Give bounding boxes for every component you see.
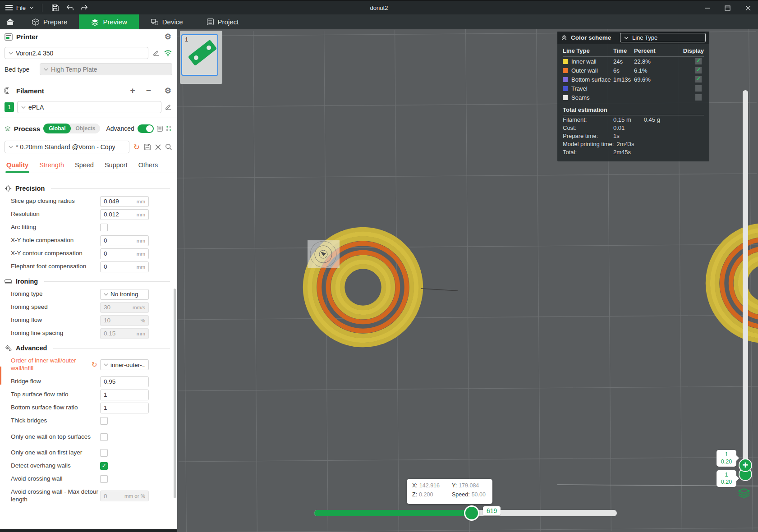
tab-others[interactable]: Others — [133, 159, 164, 173]
view-mode-select[interactable]: Line Type — [620, 33, 706, 42]
tab-preview[interactable]: Preview — [79, 14, 138, 29]
advanced-mode-toggle[interactable] — [138, 124, 154, 133]
reset-setting-icon[interactable]: ↻ — [92, 361, 98, 369]
filament-settings-gear-icon[interactable]: ⚙ — [165, 87, 171, 95]
window-title: donut2 — [0, 5, 758, 11]
settings-scrollbar[interactable] — [174, 289, 176, 498]
layers-view-button[interactable] — [738, 488, 750, 498]
tab-speed[interactable]: Speed — [69, 159, 99, 173]
layer-slider-upper-handle[interactable]: + — [739, 459, 752, 472]
line-type-label: Outer wall — [571, 67, 598, 74]
slice-gap-input[interactable]: 0.049mm — [100, 196, 149, 207]
tab-device[interactable]: Device — [139, 14, 195, 29]
printer-settings-gear-icon[interactable]: ⚙ — [165, 33, 171, 41]
file-menu[interactable]: File — [5, 4, 34, 12]
xy-contour-input[interactable]: 0mm — [100, 248, 149, 259]
redo-button[interactable] — [79, 3, 89, 13]
move-slider-fill — [314, 510, 471, 516]
plate-1-thumbnail[interactable]: 1 — [181, 34, 218, 76]
add-filament-button[interactable]: + — [130, 86, 135, 96]
scope-objects[interactable]: Objects — [71, 125, 100, 132]
bridge-flow-input[interactable]: 0.95 — [100, 376, 149, 387]
delete-preset-icon[interactable] — [155, 144, 161, 150]
x-value: 142.916 — [419, 482, 440, 489]
display-outer-wall-checkbox[interactable] — [695, 67, 702, 73]
display-bottom-surface-checkbox[interactable] — [695, 76, 702, 83]
display-travel-checkbox[interactable] — [695, 85, 702, 92]
setting-row: Elephant foot compensation 0mm — [0, 260, 174, 273]
thick-bridges-checkbox[interactable] — [100, 417, 108, 425]
edit-filament-icon[interactable] — [165, 103, 172, 111]
tab-quality[interactable]: Quality — [1, 159, 34, 173]
display-inner-wall-checkbox[interactable] — [695, 58, 702, 64]
total-estimation-title: Total estimation — [557, 102, 709, 115]
donut2-toolpaths — [708, 225, 758, 341]
printer-select[interactable]: Voron2.4 350 — [5, 47, 148, 59]
setting-value: 1 — [104, 404, 107, 411]
minimize-button[interactable] — [697, 1, 717, 15]
collapse-chevrons-icon[interactable] — [561, 35, 567, 41]
process-scope-toggle[interactable]: Global Objects — [43, 124, 100, 133]
toolbar-divider — [42, 4, 42, 12]
filament-select[interactable]: ePLA — [17, 101, 161, 113]
compare-presets-icon[interactable] — [166, 125, 171, 132]
est-label: Prepare time: — [563, 133, 613, 139]
tab-prepare[interactable]: Prepare — [20, 14, 79, 29]
one-wall-top-checkbox[interactable] — [100, 433, 108, 441]
preview-3d-viewport[interactable]: 1 Color scheme Line Type Line Type Time — [177, 29, 758, 532]
gcode-move-slider[interactable]: 619 — [314, 510, 617, 516]
toolhead-position-tooltip: X:142.916 Y:179.084 Z:0.200 Speed:50.00 — [407, 479, 492, 504]
save-preset-icon[interactable] — [144, 143, 151, 151]
row-inner-wall: Inner wall — [563, 57, 613, 66]
precision-icon — [5, 185, 12, 192]
home-button[interactable] — [0, 14, 20, 29]
xy-hole-input[interactable]: 0mm — [100, 235, 149, 246]
plate-thumbnail-panel: 1 — [180, 31, 222, 84]
arc-fitting-checkbox[interactable] — [100, 224, 108, 231]
setting-row: Bridge flow 0.95 — [0, 375, 174, 388]
layer-slider-track[interactable] — [743, 90, 748, 478]
scope-global[interactable]: Global — [43, 124, 71, 133]
reset-preset-icon[interactable]: ↻ — [133, 142, 140, 152]
bottom-flow-ratio-input[interactable]: 1 — [100, 403, 149, 413]
setting-row: Avoid crossing wall - Max detour length … — [0, 486, 174, 506]
close-button[interactable] — [738, 1, 758, 15]
edit-printer-icon[interactable] — [152, 49, 160, 57]
move-slider-handle[interactable] — [464, 505, 479, 521]
advanced-mode-label: Advanced — [106, 125, 134, 132]
bed-type-select[interactable]: High Temp Plate — [40, 63, 172, 75]
wall-order-select[interactable]: inner-outer-… — [100, 359, 149, 370]
maximize-button[interactable] — [717, 1, 738, 15]
display-seams-checkbox[interactable] — [695, 94, 702, 101]
tab-strength[interactable]: Strength — [34, 159, 69, 173]
avoid-crossing-checkbox[interactable] — [100, 475, 108, 483]
one-wall-first-layer-checkbox[interactable] — [100, 449, 108, 457]
tab-project[interactable]: Project — [195, 14, 251, 29]
detect-overhang-checkbox[interactable] — [100, 462, 108, 470]
settings-scroll-area[interactable]: Precision Slice gap closing radius 0.049… — [0, 176, 174, 525]
line-type-table: Line Type Time Percent Display Inner wal… — [557, 44, 709, 102]
tab-support[interactable]: Support — [99, 159, 133, 173]
est-label: Total: — [563, 149, 613, 156]
setting-label: Order of inner wall/outer wall/infill — [11, 357, 100, 372]
process-preset-select[interactable]: * 0.20mm Standard @Voron - Copy — [5, 141, 129, 153]
setting-label: Elephant foot compensation — [11, 263, 100, 271]
resolution-input[interactable]: 0.012mm — [100, 209, 149, 220]
setting-row: Resolution 0.012mm — [0, 208, 174, 221]
search-icon[interactable] — [165, 143, 172, 151]
filament-section-header: Filament + − ⚙ — [0, 82, 177, 98]
remove-filament-button[interactable]: − — [146, 86, 151, 96]
setting-row: Only one wall on top surfaces — [0, 427, 174, 446]
save-button[interactable] — [51, 3, 60, 13]
setting-list-icon[interactable] — [157, 125, 163, 133]
undo-button[interactable] — [65, 3, 75, 13]
setting-row: Top surface flow ratio 1 — [0, 388, 174, 401]
wifi-connected-icon[interactable] — [164, 50, 172, 56]
top-flow-ratio-input[interactable]: 1 — [100, 390, 149, 400]
layers-icon — [738, 488, 750, 498]
setting-row: Only one wall on first layer — [0, 446, 174, 459]
seams-swatch — [563, 95, 568, 100]
setting-value: 0 — [104, 250, 107, 257]
elephant-foot-input[interactable]: 0mm — [100, 261, 149, 272]
ironing-type-select[interactable]: No ironing — [100, 289, 149, 300]
